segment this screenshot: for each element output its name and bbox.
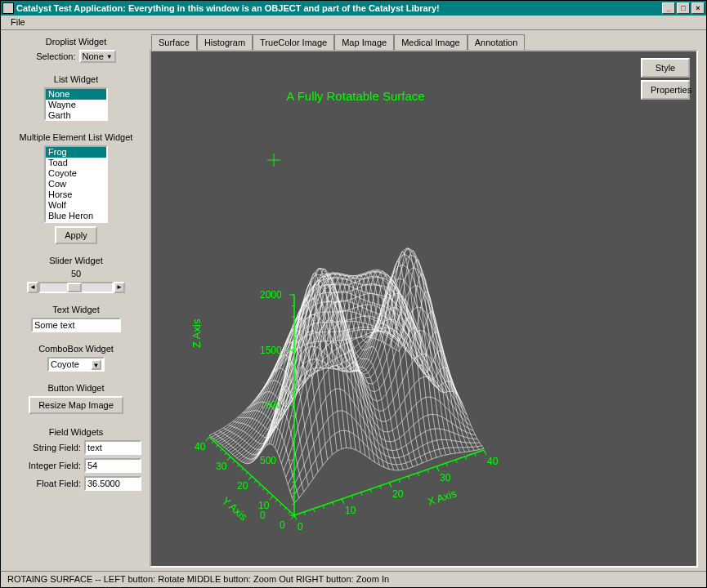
list-item[interactable]: Frog [46, 147, 106, 158]
svg-line-92 [221, 448, 222, 451]
left-panel: Droplist Widget Selection: None ▼ List W… [6, 33, 146, 568]
text-widget-input[interactable] [31, 318, 121, 332]
list-item[interactable]: Cow [46, 179, 106, 189]
chevron-down-icon[interactable]: ▼ [91, 359, 101, 370]
svg-line-88 [237, 465, 239, 467]
svg-line-89 [233, 461, 235, 463]
close-button[interactable]: × [691, 2, 705, 14]
list-item[interactable]: Coyote [46, 168, 106, 179]
tab-annotation[interactable]: Annotation [468, 34, 526, 51]
svg-line-46 [313, 509, 315, 512]
selection-value: None [83, 51, 104, 61]
svg-text:1000: 1000 [260, 399, 282, 411]
svg-text:Z Axis: Z Axis [190, 318, 203, 348]
tab-medical[interactable]: Medical Image [394, 34, 468, 51]
tab-histogram[interactable]: Histogram [197, 34, 253, 51]
svg-text:1500: 1500 [260, 345, 282, 356]
list-item[interactable]: Wayne [46, 100, 106, 110]
svg-text:0: 0 [260, 510, 266, 521]
combobox-value: Coyote [51, 359, 91, 369]
string-field-label: String Field: [33, 443, 81, 452]
float-field-label: Float Field: [37, 479, 81, 488]
integer-field-label: Integer Field: [29, 461, 81, 470]
svg-text:20: 20 [237, 480, 248, 492]
tab-surface[interactable]: Surface [151, 34, 197, 51]
buttonwidget-label: Button Widget [47, 383, 104, 393]
svg-line-78 [280, 504, 281, 506]
svg-line-45 [304, 512, 306, 515]
textwidget-label: Text Widget [52, 305, 99, 314]
list-item[interactable]: Wolf [46, 200, 106, 211]
svg-text:10: 10 [258, 500, 270, 511]
svg-line-77 [284, 507, 286, 510]
svg-text:40: 40 [195, 441, 206, 452]
selection-droplist[interactable]: None ▼ [79, 50, 116, 63]
properties-button[interactable]: Properties [641, 80, 690, 100]
svg-line-48 [332, 502, 333, 506]
svg-line-49 [342, 499, 343, 502]
svg-line-82 [263, 488, 265, 490]
list-item[interactable]: Toad [46, 158, 106, 168]
svg-line-61 [455, 460, 457, 463]
svg-line-60 [446, 463, 448, 466]
chart-title: A Fully Rotatable Surface [151, 51, 560, 103]
slider-left-arrow[interactable]: ◄ [27, 282, 38, 293]
combobox-widget[interactable]: Coyote ▼ [47, 357, 105, 372]
svg-line-76 [289, 511, 290, 514]
list-widget[interactable]: None Wayne Garth [44, 87, 108, 121]
svg-line-62 [465, 457, 467, 460]
multilist-widget[interactable]: Frog Toad Coyote Cow Horse Wolf Blue Her… [44, 145, 108, 223]
style-button[interactable]: Style [641, 58, 690, 78]
resize-map-button[interactable]: Resize Map Image [29, 396, 123, 414]
multilist-label: Multiple Element List Widget [20, 132, 133, 142]
maximize-button[interactable]: □ [677, 2, 690, 14]
svg-text:20: 20 [392, 488, 404, 500]
slider-right-arrow[interactable]: ► [114, 282, 125, 293]
list-item[interactable]: None [46, 89, 106, 100]
svg-line-58 [427, 470, 428, 473]
svg-line-44 [294, 515, 296, 519]
slider-widget[interactable]: ◄ ► [27, 282, 125, 293]
svg-text:10: 10 [345, 505, 356, 516]
slider-value: 50 [71, 269, 81, 278]
svg-line-47 [323, 506, 324, 509]
minimize-button[interactable]: _ [662, 2, 675, 14]
svg-line-63 [474, 453, 476, 457]
float-field-input[interactable] [84, 476, 141, 491]
listwidget-label: List Widget [54, 74, 98, 84]
surface-viewport[interactable]: A Fully Rotatable Surface 05001000150020… [151, 51, 560, 537]
droplist-label: Droplist Widget [46, 37, 107, 47]
string-field-input[interactable] [84, 440, 141, 455]
svg-line-81 [267, 492, 269, 494]
title-bar: Catalyst Test Application: Everything in… [1, 1, 706, 16]
slider-thumb[interactable] [67, 283, 82, 292]
svg-line-79 [275, 500, 277, 502]
svg-line-51 [360, 492, 362, 496]
svg-line-54 [389, 483, 391, 486]
svg-text:40: 40 [487, 456, 499, 467]
svg-text:0: 0 [280, 519, 285, 531]
svg-text:X Axis: X Axis [426, 487, 458, 508]
svg-text:0: 0 [298, 521, 303, 532]
slider-track[interactable] [38, 282, 114, 293]
app-icon [2, 2, 14, 14]
svg-line-53 [379, 486, 381, 489]
apply-button[interactable]: Apply [55, 226, 97, 244]
surface-plot[interactable]: 0500100015002000010203040010203040Z Axis… [151, 103, 560, 537]
status-bar: ROTAING SURFACE -- LEFT button: Rotate M… [1, 571, 706, 587]
integer-field-input[interactable] [84, 458, 141, 473]
list-item[interactable]: Garth [46, 110, 106, 121]
list-item[interactable]: Horse [46, 189, 106, 200]
list-item[interactable]: Blue Heron [46, 211, 106, 221]
viewport-frame: A Fully Rotatable Surface 05001000150020… [150, 50, 698, 568]
chevron-down-icon: ▼ [106, 53, 113, 60]
svg-line-83 [258, 484, 260, 487]
svg-line-84 [254, 480, 256, 483]
menu-file[interactable]: File [6, 16, 30, 29]
svg-text:500: 500 [260, 455, 276, 466]
tab-map[interactable]: Map Image [334, 34, 394, 51]
svg-text:2000: 2000 [260, 289, 282, 301]
svg-text:30: 30 [216, 461, 227, 472]
tab-truecolor[interactable]: TrueColor Image [253, 34, 334, 51]
svg-line-94 [212, 441, 213, 443]
